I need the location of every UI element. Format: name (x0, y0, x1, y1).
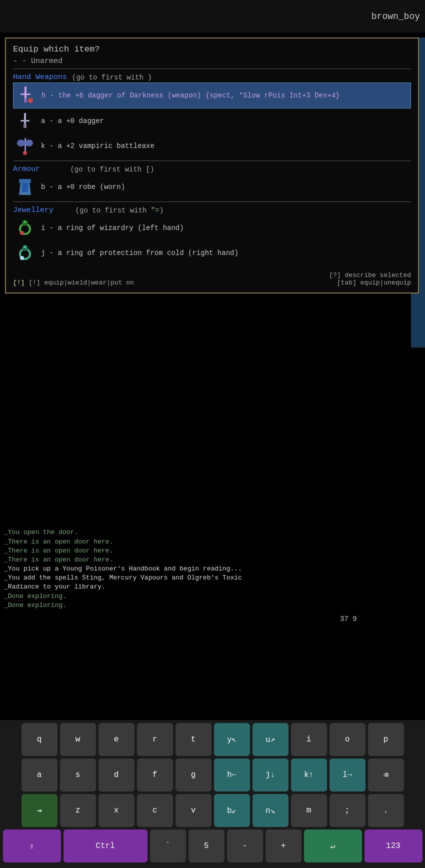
key-f[interactable]: f (137, 758, 173, 792)
armour-label: Armour (13, 165, 40, 174)
item-b-robe[interactable]: b - a +0 robe (worn) (13, 174, 411, 200)
key-5[interactable]: 5 (188, 830, 224, 862)
hint-area: [!] [!] equip|wield|wear|put on [?] desc… (13, 270, 411, 286)
key-y[interactable]: y↖ (214, 723, 250, 756)
svg-point-8 (17, 140, 25, 146)
key-o[interactable]: o (330, 723, 366, 756)
log-line-9: _Done exploring. (4, 601, 346, 610)
key-w[interactable]: w (60, 723, 96, 756)
keyboard-row-1: q w e r t y↖ u↗ i o p (2, 723, 423, 756)
key-h[interactable]: h← (214, 758, 250, 792)
hand-weapons-goto: (go to first with ) (72, 74, 152, 82)
key-g[interactable]: g (176, 758, 212, 792)
key-z[interactable]: z (60, 794, 96, 827)
jewellery-goto: (go to first with "=) (58, 206, 164, 214)
jewellery-label: Jewellery (13, 206, 54, 214)
icon-dagger-plain (14, 110, 36, 132)
item-k-battleaxe[interactable]: k - a +2 vampiric battleaxe (13, 134, 411, 158)
armour-key: [ (146, 166, 150, 174)
keyboard-row-4: ⇧ Ctrl ` 5 - + ↵ 123 (2, 830, 423, 862)
svg-point-9 (25, 140, 33, 146)
armour-header: Armour (go to first with [) (13, 163, 411, 174)
log-line-6: _You add the spells Sting, Mercury Vapou… (4, 574, 346, 582)
key-x[interactable]: x (98, 794, 134, 827)
key-u[interactable]: u↗ (252, 723, 288, 756)
icon-ring-cold (14, 242, 36, 264)
hand-weapons-label: Hand Weapons (13, 73, 67, 82)
hint-tab: [tab] equip|unequip (329, 279, 411, 286)
key-j[interactable]: j↓ (252, 758, 288, 792)
key-k[interactable]: k↑ (291, 758, 327, 792)
key-shift[interactable]: ⇧ (3, 830, 61, 862)
svg-rect-12 (19, 179, 31, 183)
svg-rect-13 (22, 183, 28, 192)
svg-rect-6 (24, 124, 26, 128)
inventory-modal: Equip which item? - - Unarmed Hand Weapo… (5, 38, 419, 294)
item-a-text: a - a +0 dagger (41, 117, 104, 125)
hint-left: [!] [!] equip|wield|wear|put on (13, 279, 134, 286)
item-h-text: h - the +6 dagger of Darkness (weapon) {… (42, 92, 340, 100)
item-a-dagger[interactable]: a - a +0 dagger (13, 108, 411, 134)
log-line-5: _You pick up a Young Poisoner's Handbook… (4, 564, 346, 574)
key-backspace[interactable]: ⌫ (368, 758, 404, 792)
svg-point-3 (28, 98, 33, 103)
log-line-2: _There is an open door here. (4, 538, 346, 546)
key-l[interactable]: l→ (330, 758, 366, 792)
key-s[interactable]: s (60, 758, 96, 792)
item-j-text: j - a ring of protection from cold (righ… (41, 249, 238, 257)
keyboard-row-2: a s d f g h← j↓ k↑ l→ ⌫ (2, 758, 423, 792)
key-i[interactable]: i (291, 723, 327, 756)
key-t[interactable]: t (176, 723, 212, 756)
key-b[interactable]: b↙ (214, 794, 250, 827)
username-label: brown_boy (372, 12, 420, 22)
svg-point-10 (23, 151, 27, 155)
svg-rect-7 (24, 138, 26, 153)
key-a[interactable]: a (22, 758, 58, 792)
icon-dagger-darkness (14, 84, 36, 106)
key-tab[interactable]: ⇥ (22, 794, 58, 827)
log-line-7: _Radiance to your library. (4, 582, 346, 592)
key-period[interactable]: . (368, 794, 404, 827)
key-semicolon[interactable]: ; (330, 794, 366, 827)
hint-describe: [?] describe selected (329, 272, 411, 279)
inventory-title: Equip which item? (13, 44, 411, 54)
log-line-1: _You open the door. (4, 528, 346, 537)
icon-battleaxe (14, 135, 36, 157)
key-enter[interactable]: ↵ (304, 830, 362, 862)
key-v[interactable]: v (176, 794, 212, 827)
hand-weapons-key: ) (148, 74, 152, 82)
key-q[interactable]: q (22, 723, 58, 756)
log-line-3: _There is an open door here. (4, 546, 346, 556)
key-ctrl[interactable]: Ctrl (64, 830, 148, 862)
bottom-numbers: 37 9 (340, 615, 357, 623)
key-plus[interactable]: + (266, 830, 302, 862)
key-c[interactable]: c (137, 794, 173, 827)
divider-3 (13, 202, 411, 202)
unarmed-line: - - Unarmed (13, 57, 411, 66)
item-h-dagger-darkness[interactable]: h - the +6 dagger of Darkness (weapon) {… (13, 82, 411, 108)
item-j-ring-cold[interactable]: j - a ring of protection from cold (righ… (13, 240, 411, 266)
top-bar: brown_boy (0, 0, 425, 32)
armour-goto: (go to first with [) (45, 166, 154, 174)
key-m[interactable]: m (291, 794, 327, 827)
svg-rect-1 (20, 94, 30, 95)
key-p[interactable]: p (368, 723, 404, 756)
keyboard: q w e r t y↖ u↗ i o p a s d f g h← j↓ k↑… (0, 720, 425, 868)
hint-right: [?] describe selected [tab] equip|unequi… (329, 272, 411, 286)
key-minus[interactable]: - (227, 830, 263, 862)
hand-weapons-header: Hand Weapons (go to first with ) (13, 71, 411, 82)
key-123[interactable]: 123 (364, 830, 422, 862)
key-r[interactable]: r (137, 723, 173, 756)
key-n[interactable]: n↘ (252, 794, 288, 827)
item-i-ring-wizardry[interactable]: i - a ring of wizardry (left hand) (13, 216, 411, 240)
divider-1 (13, 68, 411, 69)
keyboard-row-3: ⇥ z x c v b↙ n↘ m ; . (2, 794, 423, 827)
svg-rect-5 (20, 120, 30, 122)
key-backtick[interactable]: ` (150, 830, 186, 862)
svg-point-21 (20, 256, 24, 260)
divider-2 (13, 160, 411, 161)
svg-rect-0 (24, 86, 26, 98)
icon-ring-wizardry (14, 217, 36, 239)
key-d[interactable]: d (98, 758, 134, 792)
key-e[interactable]: e (98, 723, 134, 756)
